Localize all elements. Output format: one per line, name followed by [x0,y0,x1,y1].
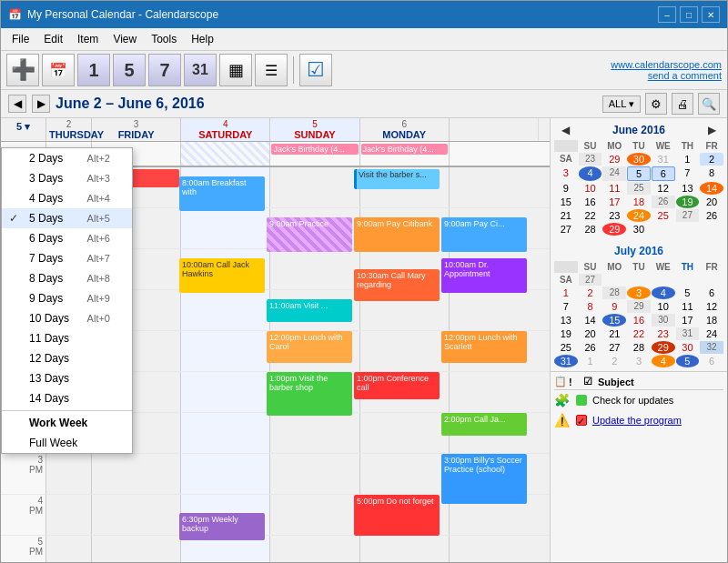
menu-help[interactable]: Help [184,30,221,48]
settings-button[interactable]: ⚙ [645,93,667,115]
june-day-20[interactable]: 20 [700,196,723,208]
task-checkbox-2[interactable]: ✓ [576,415,587,426]
dropdown-10days[interactable]: 10 DaysAlt+0 [2,308,132,328]
june-day-19[interactable]: 19 [676,196,700,208]
june-day-12[interactable]: 12 [652,182,675,195]
website-link[interactable]: www.calendarscope.com [611,59,722,70]
july-day-19[interactable]: 19 [554,327,578,340]
july-day-2[interactable]: 2 [579,287,602,299]
july-day-24[interactable]: 24 [700,327,723,340]
july-day-11[interactable]: 11 [676,300,700,313]
list-view-button[interactable]: ☰ [255,54,288,86]
june-next-button[interactable]: ▶ [704,124,720,136]
aug-day-5[interactable]: 5 [676,355,700,367]
search-button[interactable]: 🔍 [698,93,720,115]
1day-button[interactable]: 1 [77,54,110,86]
task-check-updates[interactable]: 🧩 Check for updates [554,390,723,410]
june-day-17[interactable]: 17 [602,196,626,208]
maximize-button[interactable]: □ [680,6,698,23]
dropdown-2days[interactable]: 2 DaysAlt+2 [2,148,132,168]
june-day-8[interactable]: 8 [700,166,723,181]
july-day-22[interactable]: 22 [627,327,651,340]
june-prev-button[interactable]: ◀ [558,124,573,136]
july-day-13[interactable]: 13 [554,314,578,327]
july-day-9[interactable]: 9 [602,300,626,313]
june-day-22[interactable]: 22 [579,209,602,222]
aug-day-2[interactable]: 2 [602,355,626,367]
dropdown-5days[interactable]: ✓5 DaysAlt+5 [2,208,132,228]
dropdown-3days[interactable]: 3 DaysAlt+3 [2,168,132,188]
july-day-23[interactable]: 23 [652,327,675,340]
june-day-24[interactable]: 24 [627,209,651,222]
menu-tools[interactable]: Tools [144,30,184,48]
june-day-31-prev[interactable]: 31 [652,153,675,166]
july-day-18[interactable]: 18 [700,314,723,327]
july-day-21[interactable]: 21 [602,327,626,340]
june-day-3[interactable]: 3 [554,166,578,181]
june-day-30-prev[interactable]: 30 [627,153,651,166]
june-day-10[interactable]: 10 [579,182,602,195]
june-day-25[interactable]: 25 [652,209,675,222]
task-checkbox-1[interactable] [576,395,587,406]
july-week-29[interactable]: 29 [627,300,651,313]
menu-file[interactable]: File [5,30,36,48]
june-day-5[interactable]: 5 [627,166,651,181]
july-week-28[interactable]: 28 [602,287,626,299]
june-day-14[interactable]: 14 [700,182,723,195]
week-26[interactable]: 26 [652,196,675,208]
june-day-30[interactable]: 30 [627,223,651,236]
week-num-header[interactable]: 5 ▾ [1,118,46,141]
june-day-23[interactable]: 23 [602,209,626,222]
dropdown-6days[interactable]: 6 DaysAlt+6 [2,228,132,248]
june-day-29-prev[interactable]: 29 [602,153,626,166]
june-day-13[interactable]: 13 [676,182,700,195]
july-day-3[interactable]: 3 [627,287,651,299]
june-day-1[interactable]: 1 [676,153,700,166]
7day-button[interactable]: 7 [148,54,181,86]
week-27[interactable]: 27 [676,209,700,222]
week-24[interactable]: 24 [602,166,626,181]
june-day-9[interactable]: 9 [554,182,578,195]
july-week-30[interactable]: 30 [652,314,675,327]
june-day-29[interactable]: 29 [602,223,626,236]
dropdown-11days[interactable]: 11 Days [2,328,132,348]
june-day-16[interactable]: 16 [579,196,602,208]
menu-view[interactable]: View [106,30,144,48]
june-day-11[interactable]: 11 [602,182,626,195]
june-day-26[interactable]: 26 [700,209,723,222]
dropdown-12days[interactable]: 12 Days [2,348,132,368]
tasks-button[interactable]: ☑ [299,54,332,86]
new-event-button[interactable]: ➕ [6,54,39,86]
june-day-27[interactable]: 27 [554,223,578,236]
july-day-16[interactable]: 16 [627,314,651,327]
all-filter-button[interactable]: ALL ▾ [602,96,641,113]
week-25[interactable]: 25 [627,182,651,195]
july-day-26[interactable]: 26 [579,341,602,354]
july-week-27[interactable]: 27 [579,274,602,286]
aug-day-6[interactable]: 6 [700,355,723,367]
july-day-1[interactable]: 1 [554,287,578,299]
july-week-31[interactable]: 31 [676,327,700,340]
july-day-7[interactable]: 7 [554,300,578,313]
july-week-32[interactable]: 32 [700,341,723,354]
july-day-15[interactable]: 15 [602,314,626,327]
july-day-12[interactable]: 12 [700,300,723,313]
july-day-10[interactable]: 10 [652,300,675,313]
dropdown-9days[interactable]: 9 DaysAlt+9 [2,288,132,308]
dropdown-workweek[interactable]: Work Week [2,413,132,433]
menu-edit[interactable]: Edit [36,30,70,48]
aug-day-3[interactable]: 3 [627,355,651,367]
aug-day-1[interactable]: 1 [579,355,602,367]
grid-view-button[interactable]: ▦ [219,54,252,86]
dropdown-14days[interactable]: 14 Days [2,388,132,408]
june-day-7[interactable]: 7 [676,166,700,181]
july-day-28[interactable]: 28 [627,341,651,354]
july-day-8[interactable]: 8 [579,300,602,313]
dropdown-13days[interactable]: 13 Days [2,368,132,388]
week-23[interactable]: 23 [579,153,602,166]
july-day-30[interactable]: 30 [676,341,700,354]
june-day-2[interactable]: 2 [700,153,723,166]
minimize-button[interactable]: – [658,6,676,23]
june-day-4[interactable]: 4 [579,166,602,181]
july-day-5[interactable]: 5 [676,287,700,299]
